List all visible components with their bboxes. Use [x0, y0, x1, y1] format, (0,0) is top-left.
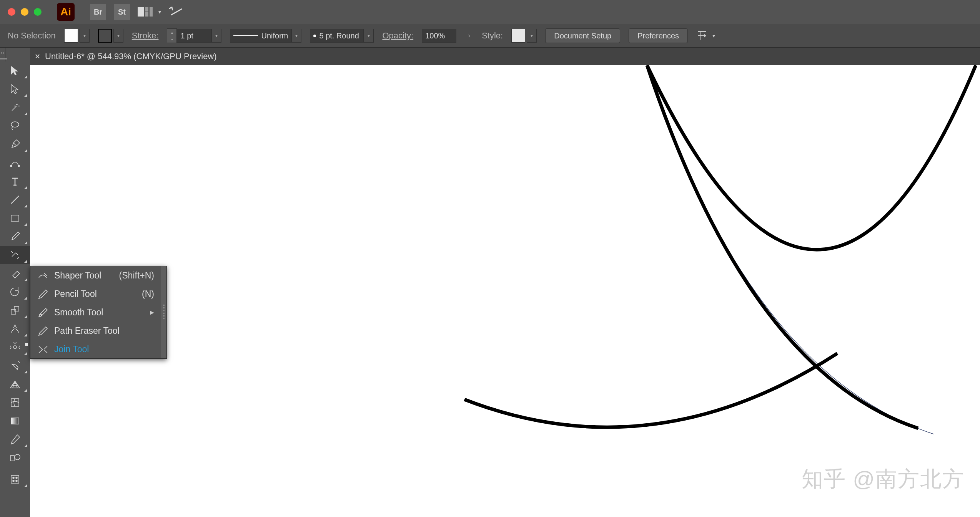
selection-tool[interactable] [0, 61, 30, 80]
selection-status: No Selection [8, 31, 56, 41]
svg-point-6 [18, 165, 20, 167]
svg-rect-2 [145, 12, 148, 17]
cloud-icon[interactable] [169, 5, 184, 19]
window-minimize-button[interactable] [21, 8, 28, 16]
stock-button[interactable]: St [114, 4, 130, 20]
canvas[interactable]: 知乎 @南方北方 [30, 65, 980, 517]
type-tool[interactable] [0, 172, 30, 191]
svg-point-4 [11, 122, 19, 127]
svg-point-19 [16, 480, 17, 482]
flyout-path-eraser-tool[interactable]: Path Eraser Tool [30, 321, 161, 340]
rectangle-tool[interactable] [0, 209, 30, 227]
chevron-down-icon: ▾ [158, 9, 161, 15]
svg-point-16 [13, 477, 14, 479]
left-panel-collapse: ›› [0, 48, 30, 517]
profile-label: Uniform [261, 31, 288, 40]
stroke-label[interactable]: Stroke: [132, 31, 159, 41]
eyedropper2-tool[interactable] [0, 430, 30, 449]
flyout-item-label: Shaper Tool [54, 270, 107, 281]
profile-dropdown[interactable]: ▾ [291, 29, 301, 43]
window-maximize-button[interactable] [34, 8, 42, 16]
flyout-join-tool[interactable]: Join Tool [30, 340, 161, 358]
svg-rect-7 [11, 215, 19, 221]
opacity-field[interactable]: 100% [422, 29, 456, 43]
window-close-button[interactable] [8, 8, 15, 16]
mesh-tool[interactable] [0, 393, 30, 412]
brush-definition[interactable]: 5 pt. Round [310, 29, 364, 43]
bridge-button[interactable]: Br [90, 4, 106, 20]
svg-rect-13 [10, 456, 14, 461]
document-tab[interactable]: ✕ Untitled-6* @ 544.93% (CMYK/GPU Previe… [35, 48, 217, 65]
submenu-arrow-icon: ▶ [150, 309, 154, 315]
symbol-sprayer-tool[interactable] [0, 470, 30, 489]
opacity-dropdown[interactable]: › [465, 29, 473, 43]
stroke-dropdown[interactable]: ▾ [113, 29, 123, 43]
style-label: Style: [482, 31, 503, 41]
align-icon[interactable] [696, 30, 708, 41]
svg-point-10 [13, 346, 17, 349]
paintbrush-tool[interactable] [0, 227, 30, 246]
stroke-swatch[interactable] [98, 29, 112, 43]
rotate-tool[interactable] [0, 283, 30, 301]
svg-rect-9 [14, 307, 19, 311]
svg-rect-3 [150, 7, 153, 17]
pen-tool[interactable] [0, 135, 30, 154]
variable-width-profile[interactable]: Uniform [230, 29, 291, 43]
svg-rect-11 [11, 399, 19, 406]
flyout-item-label: Path Eraser Tool [54, 326, 154, 336]
lasso-tool[interactable] [0, 117, 30, 135]
brush-dropdown[interactable]: ▾ [364, 29, 374, 43]
curvature-tool[interactable] [0, 154, 30, 172]
line-segment-tool[interactable] [0, 191, 30, 209]
gradient-tool[interactable] [0, 412, 30, 430]
stroke-weight-field[interactable]: 1 pt [177, 29, 211, 43]
arrange-documents[interactable]: ▾ [138, 7, 161, 17]
brush-label: 5 pt. Round [319, 31, 359, 40]
opacity-label[interactable]: Opacity: [382, 31, 413, 41]
perspective-grid-tool[interactable] [0, 375, 30, 393]
graphic-style-swatch[interactable] [511, 29, 525, 43]
shaper-tool[interactable] [0, 246, 30, 264]
stroke-weight-dropdown[interactable]: ▾ [211, 29, 221, 43]
artwork [30, 65, 980, 517]
flyout-pencil-tool[interactable]: Pencil Tool(N) [30, 285, 161, 303]
shortcut-label: (Shift+N) [119, 270, 154, 281]
fill-dropdown[interactable]: ▾ [80, 29, 90, 43]
svg-point-14 [15, 454, 20, 460]
svg-point-5 [10, 165, 12, 167]
svg-rect-1 [145, 7, 148, 12]
width-tool[interactable] [0, 320, 30, 338]
blend-tool[interactable] [0, 449, 30, 467]
svg-rect-12 [11, 418, 19, 424]
document-setup-button[interactable]: Document Setup [545, 28, 620, 43]
svg-point-18 [13, 480, 14, 482]
smooth-tool-icon [37, 307, 48, 318]
traffic-lights [8, 8, 42, 16]
flyout-smooth-tool[interactable]: Smooth Tool▶ [30, 303, 161, 321]
options-bar: No Selection ▾ ▾ Stroke: ▴▾ 1 pt ▾ Unifo… [0, 24, 980, 48]
flyout-shaper-tool[interactable]: Shaper Tool(Shift+N) [30, 266, 161, 285]
magic-wand-tool[interactable] [0, 98, 30, 117]
eraser-tool[interactable] [0, 264, 30, 283]
arrange-icon [138, 7, 153, 17]
titlebar: Ai Br St ▾ [0, 0, 980, 24]
scale-tool[interactable] [0, 301, 30, 320]
fill-swatch[interactable] [64, 29, 78, 43]
free-transform-tool[interactable] [0, 338, 30, 356]
tool-flyout-menu: Shaper Tool(Shift+N)Pencil Tool(N)Smooth… [30, 266, 167, 359]
flyout-tearoff-handle[interactable] [161, 266, 166, 358]
preferences-button[interactable]: Preferences [629, 28, 688, 43]
stroke-weight-spinner[interactable]: ▴▾ [167, 28, 177, 43]
flyout-item-label: Join Tool [54, 344, 154, 355]
style-dropdown[interactable]: ▾ [527, 29, 537, 43]
close-tab-icon[interactable]: ✕ [35, 52, 40, 61]
shaper-tool-icon [37, 270, 48, 281]
document-tab-bar: ✕ Untitled-6* @ 544.93% (CMYK/GPU Previe… [30, 48, 980, 65]
shortcut-label: (N) [142, 289, 154, 299]
svg-rect-8 [11, 310, 16, 314]
eyedropper-tool[interactable] [0, 356, 30, 375]
direct-selection-tool[interactable] [0, 80, 30, 98]
flyout-item-label: Smooth Tool [54, 307, 140, 318]
svg-rect-0 [138, 7, 144, 17]
panel-collapse-tab[interactable]: ›› [0, 48, 5, 61]
